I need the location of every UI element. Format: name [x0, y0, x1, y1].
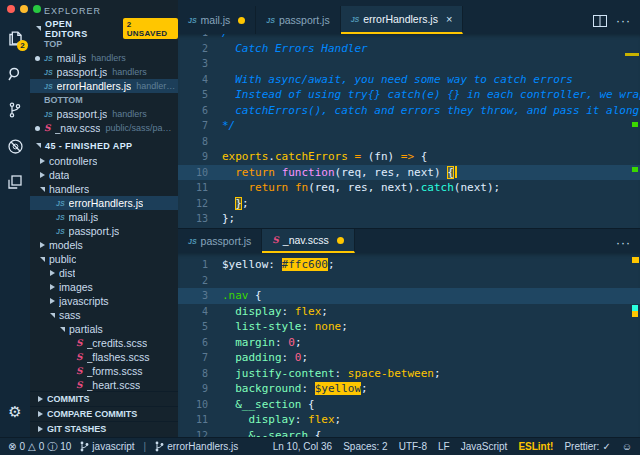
git-branch-indicator[interactable]: javascript [80, 441, 134, 452]
tree-file[interactable]: S_flashes.scss [30, 350, 178, 364]
split-editor-icon[interactable] [593, 15, 607, 27]
tree-file[interactable]: S_credits.scss [30, 336, 178, 350]
tab-_nav.scss[interactable]: S_nav.scss [262, 229, 354, 253]
token: ; [321, 305, 328, 318]
editor-top-pane[interactable]: 1/*2 Catch Errors Handler34 With async/a… [178, 34, 640, 228]
settings-gear-icon[interactable]: ⚙ [8, 403, 21, 421]
tabs-bottom: JSpassport.jsS_nav.scss [178, 229, 355, 253]
git-branch-icon [80, 441, 89, 452]
code-line[interactable]: 9 background: $yellow; [178, 381, 640, 397]
code-line[interactable]: 7*/ [178, 118, 640, 134]
prettier-status[interactable]: Prettier: ✓ [564, 441, 610, 452]
encoding-setting[interactable]: UTF-8 [399, 441, 427, 452]
indentation-setting[interactable]: Spaces: 2 [343, 441, 387, 452]
tree-folder[interactable]: javascripts [30, 294, 178, 308]
tree-folder[interactable]: images [30, 280, 178, 294]
panel-header[interactable]: COMMITS [30, 391, 178, 406]
code-line[interactable]: 11 return fn(req, res, next).catch(next)… [178, 180, 640, 196]
code-line[interactable]: 10 &__section { [178, 397, 640, 413]
tree-folder[interactable]: models [30, 238, 178, 252]
open-editor-item[interactable]: S_nav.scsspublic/sass/pa… [30, 121, 178, 135]
code-line[interactable]: 13}; [178, 211, 640, 227]
code-line[interactable]: 9exports.catchErrors = (fn) => { [178, 149, 640, 165]
code-line[interactable]: 2 Catch Errors Handler [178, 41, 640, 57]
item-label: handlers [49, 183, 89, 195]
code-line[interactable]: 12 &--search { [178, 428, 640, 438]
line-number: 2 [178, 41, 208, 57]
source-control-icon[interactable] [0, 92, 30, 128]
code-line[interactable]: 6 catchErrors(), catch and errors they t… [178, 103, 640, 119]
eslint-status[interactable]: ESLint! [518, 441, 553, 452]
ruler-mark [632, 257, 639, 263]
code-line[interactable]: 3 [178, 56, 640, 72]
tab-passport.js[interactable]: JSpassport.js [178, 229, 262, 253]
tree-folder[interactable]: public [30, 252, 178, 266]
open-editors-group-label: TOP [30, 37, 178, 51]
tree-file[interactable]: JSpassport.js [30, 224, 178, 238]
zoom-window-button[interactable] [33, 5, 41, 13]
code-line[interactable]: 5 Instead of using try{} catch(e) {} in … [178, 87, 640, 103]
feedback-smiley-icon[interactable]: ☺ [622, 441, 632, 452]
tree-folder[interactable]: data [30, 168, 178, 182]
eol-setting[interactable]: LF [438, 441, 450, 452]
tree-folder[interactable]: handlers [30, 182, 178, 196]
tab-errorHandlers.js[interactable]: JSerrorHandlers.js× [341, 6, 464, 34]
editor-bottom-pane[interactable]: 1$yellow: #ffc600;23.nav {4 display: fle… [178, 253, 640, 437]
code-line[interactable]: 6 margin: 0; [178, 335, 640, 351]
extensions-icon[interactable] [0, 164, 30, 200]
code-line[interactable]: 1$yellow: #ffc600; [178, 257, 640, 273]
file-path: handlers [91, 53, 126, 63]
close-icon[interactable]: × [446, 14, 452, 25]
tab-passport.js[interactable]: JSpassport.js [256, 6, 340, 34]
code-line[interactable]: 4 display: flex; [178, 304, 640, 320]
open-editor-item[interactable]: JSpassport.jshandlers [30, 107, 178, 121]
search-icon[interactable] [0, 56, 30, 92]
tree-folder[interactable]: dist [30, 266, 178, 280]
panel-header[interactable]: GIT STASHES [30, 421, 178, 436]
open-editor-item[interactable]: JSerrorHandlers.jshandler… [30, 79, 178, 93]
open-editors-header[interactable]: OPEN EDITORS 2 UNSAVED [30, 20, 178, 37]
branch-name: javascript [92, 441, 134, 452]
project-root-header[interactable]: 45 - FINISHED APP [30, 137, 178, 154]
code-text: return fn(req, res, next).catch(next); [208, 180, 500, 196]
explorer-icon[interactable]: 2 [0, 20, 30, 56]
status-separator: | [144, 441, 147, 452]
panel-header[interactable]: COMPARE COMMITS [30, 406, 178, 421]
tree-folder[interactable]: partials [30, 322, 178, 336]
token: .nav [222, 289, 249, 302]
token [222, 351, 235, 364]
close-window-button[interactable] [7, 5, 15, 13]
code-line[interactable]: 10 return function(req, res, next) { [178, 165, 640, 181]
code-line[interactable]: 2 [178, 273, 640, 289]
code-text: display: flex; [208, 412, 341, 428]
token: : [335, 367, 348, 380]
minimize-window-button[interactable] [20, 5, 28, 13]
code-line[interactable]: 5 list-style: none; [178, 319, 640, 335]
more-actions-icon[interactable]: ··· [616, 241, 631, 245]
more-actions-icon[interactable]: ··· [616, 19, 631, 23]
language-mode[interactable]: JavaScript [461, 441, 508, 452]
code-line[interactable]: 4 With async/await, you need some way to… [178, 72, 640, 88]
tree-file[interactable]: JSerrorHandlers.js [30, 196, 178, 210]
code-line[interactable]: 12 }; [178, 196, 640, 212]
debug-icon[interactable] [0, 128, 30, 164]
code-line[interactable]: 8 justify-content: space-between; [178, 366, 640, 382]
tree-file[interactable]: S_heart.scss [30, 378, 178, 391]
tab-mail.js[interactable]: JSmail.js [178, 6, 256, 34]
tree-file[interactable]: JSmail.js [30, 210, 178, 224]
tab-label: _nav.scss [283, 234, 329, 246]
code-line[interactable]: 11 display: flex; [178, 412, 640, 428]
code-line[interactable]: 8 [178, 134, 640, 150]
cursor-position[interactable]: Ln 10, Col 36 [273, 441, 333, 452]
context-file-indicator[interactable]: errorHandlers.js [155, 441, 238, 452]
open-editor-item[interactable]: JSmail.jshandlers [30, 51, 178, 65]
line-number: 6 [178, 103, 208, 119]
token: justify-content [235, 367, 334, 380]
code-line[interactable]: 3.nav { [178, 288, 640, 304]
code-line[interactable]: 7 padding: 0; [178, 350, 640, 366]
tree-folder[interactable]: sass [30, 308, 178, 322]
problems-indicator[interactable]: ⊗ 0 △ 0 ⓘ 10 [8, 441, 71, 452]
open-editor-item[interactable]: JSpassport.jshandlers [30, 65, 178, 79]
tree-folder[interactable]: controllers [30, 154, 178, 168]
tree-file[interactable]: S_forms.scss [30, 364, 178, 378]
